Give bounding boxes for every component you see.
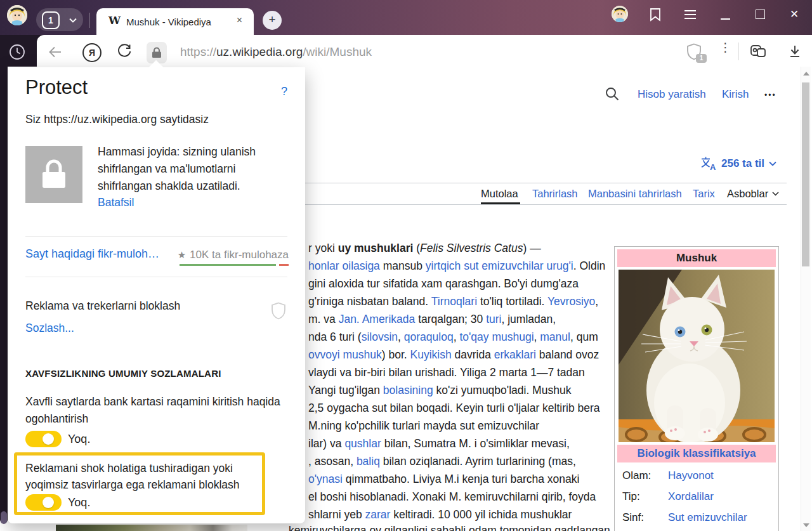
- secure-connection-tile: [25, 146, 82, 203]
- toggle-state-label: Yoq.: [68, 496, 90, 509]
- rating-bar: [180, 264, 289, 266]
- sidebar-edge: [0, 67, 8, 523]
- article-text: el boshi hisoblanadi. Xonaki M. kemiruvc…: [308, 490, 596, 503]
- article-text: m. va: [308, 313, 339, 325]
- article-link[interactable]: qushlar: [344, 437, 381, 450]
- taxo-value-link[interactable]: Xordalilar: [668, 490, 714, 505]
- article-text: Felis Silvestris Catus: [420, 242, 523, 254]
- article-text: r yoki: [308, 242, 338, 254]
- article-text: ,: [398, 331, 404, 343]
- taxo-label: Olam:: [622, 469, 668, 484]
- toggle-on[interactable]: [25, 494, 62, 511]
- adblock-section-label: Reklama va trekerlarni bloklash: [25, 299, 180, 313]
- taxobox-table: Olam: Hayvonot Tip: Xordalilar Sinf: Sut…: [617, 466, 776, 529]
- rating-count-text: 10K ta fikr-mulohaza: [190, 249, 289, 261]
- article-text: (: [413, 242, 420, 254]
- taxo-label: Sinf:: [622, 511, 668, 526]
- divider: [25, 277, 287, 277]
- article-text: shlarni yeb: [308, 508, 365, 521]
- article-text: uy mushuklari: [338, 242, 414, 254]
- article-text: ) —: [523, 242, 540, 254]
- shield-outline-icon: [271, 302, 286, 320]
- taxobox: Mushuk: [614, 246, 779, 531]
- taxobox-section-title[interactable]: Biologik klassifikatsiya: [617, 445, 776, 462]
- security-settings-header: XAVFSIZLIKNING UMUMIY SOZLAMALARI: [25, 368, 221, 379]
- article-link[interactable]: erkaklari: [494, 348, 536, 361]
- table-row: Tip: Xordalilar: [617, 487, 776, 508]
- shock-ads-toggle-row: Yoq.: [25, 494, 90, 511]
- site-rating[interactable]: ★ 10K ta fikr-mulohaza: [178, 249, 289, 261]
- toggle-knob: [43, 497, 54, 508]
- star-icon: ★: [178, 249, 186, 261]
- article-text: . Oldin: [573, 259, 606, 272]
- article-link[interactable]: to'qay mushugi: [459, 331, 534, 343]
- article-link[interactable]: Tirnoqlari: [431, 295, 477, 308]
- article-text: ,: [534, 331, 540, 343]
- article-line: r yoki uy mushuklari (Felis Silvestris C…: [308, 242, 541, 255]
- taxo-value-link[interactable]: Sut emizuvchilar: [668, 511, 747, 526]
- sidebar-handle[interactable]: [1, 511, 7, 524]
- taxobox-title: Mushuk: [617, 249, 776, 267]
- article-text: vlaydi va bir-biri bilan urishadi. Yilig…: [308, 366, 585, 379]
- article-line: vlaydi va bir-biri bilan urishadi. Yilig…: [308, 366, 585, 379]
- article-link[interactable]: Jan. Amerikada: [339, 313, 416, 325]
- article-line: o'ynasi qimmatbaho. Liviya M.i kenja tur…: [308, 473, 579, 486]
- article-text: M.ning ko'pchilik turlari mayda sut emiz…: [308, 419, 539, 432]
- scroll-down-arrow-icon[interactable]: [803, 523, 809, 527]
- article-link[interactable]: qoraquloq: [404, 331, 454, 343]
- article-link[interactable]: ovvoyi mushuk: [308, 348, 382, 361]
- article-text: tarqalgan; 30: [415, 313, 486, 325]
- article-text: nda 6 turi (: [308, 331, 362, 343]
- article-line: ovvoyi mushuk) bor. Kuyikish davrida erk…: [308, 348, 599, 362]
- article-text: Yangi tug'ilgan: [308, 384, 383, 397]
- article-line: shlarni yeb zarar keltiradi. 10 000 yil …: [308, 508, 572, 521]
- article-text: , qum: [570, 331, 598, 343]
- site-feedback-link[interactable]: Sayt haqidagi fikr-muloh…: [25, 247, 159, 261]
- taxo-value-link[interactable]: Hayvonot: [668, 469, 714, 484]
- lock-icon: [41, 159, 67, 190]
- article-text: mansub: [380, 259, 426, 272]
- article-link[interactable]: manul: [540, 331, 570, 343]
- article-line: M.ning ko'pchilik turlari mayda sut emiz…: [308, 419, 539, 433]
- article-image-strip: [56, 525, 247, 531]
- article-clipped-line: kemiruvchilarga ov qilganligi sababli od…: [289, 524, 623, 531]
- scroll-up-arrow-icon[interactable]: [803, 72, 809, 75]
- connection-status-text: Hammasi joyida: sizning ulanish shifrlan…: [98, 143, 288, 195]
- article-line: g'riniga nisbatan baland. Tirnoqlari to'…: [308, 295, 598, 308]
- article-link[interactable]: Yevrosiyo: [547, 295, 595, 308]
- article-link[interactable]: yirtqich sut emizuvchilar urug'i: [426, 259, 573, 272]
- article-line: m. va Jan. Amerikada tarqalgan; 30 turi,…: [308, 313, 556, 326]
- article-text: baland ovoz: [536, 348, 599, 361]
- article-link[interactable]: baliq: [357, 455, 380, 468]
- article-text: to'liq tortiladi.: [477, 295, 547, 308]
- kitten-photo[interactable]: [619, 270, 775, 442]
- article-link[interactable]: o'ynasi: [308, 473, 343, 485]
- browser-window: 1 W Mushuk - Vikipediya × +: [0, 0, 812, 531]
- article-text: qimmatbaho. Liviya M.i kenja turi barcha…: [343, 473, 580, 485]
- article-line: ilar) va qushlar bilan, Sumatra M. i o's…: [308, 437, 570, 450]
- article-line: Yangi tug'ilgan bolasining ko'zi yumuqbo…: [308, 384, 571, 397]
- article-text: bilan, Sumatra M. i o'simliklar mevasi,: [381, 437, 570, 450]
- article-link[interactable]: bolasining: [383, 384, 433, 397]
- details-link[interactable]: Batafsil: [98, 196, 134, 209]
- article-text: , asosan,: [308, 455, 357, 468]
- article-link[interactable]: honlar oilasiga: [308, 259, 380, 272]
- article-link[interactable]: Kuyikish: [410, 348, 452, 361]
- article-link[interactable]: zarar: [365, 508, 391, 521]
- article-text: davrida: [452, 348, 494, 361]
- scrollbar-thumb[interactable]: [802, 82, 809, 266]
- article-link[interactable]: silovsin: [362, 331, 398, 343]
- panel-title: Protect: [25, 76, 88, 99]
- configure-link[interactable]: Sozlash...: [25, 322, 74, 335]
- highlighted-setting-box: Reklamani shok holatiga tushiradigan yok…: [14, 452, 265, 515]
- article-text: , jumladan,: [501, 313, 556, 325]
- page-scrollbar[interactable]: [801, 67, 811, 531]
- article-text: bilan oziqlanadi. Ayrim turlarining (mas…: [380, 455, 576, 468]
- article-line: gini aloxida tur sifatida xam qarashgan.…: [308, 277, 579, 291]
- article-line: nda 6 turi (silovsin, qoraquloq, to'qay …: [308, 331, 598, 344]
- article-text: ko'zi yumuqbo'ladi. Mushuk: [433, 384, 572, 397]
- toggle-on[interactable]: [25, 431, 62, 447]
- help-link[interactable]: ?: [281, 85, 287, 98]
- article-link[interactable]: turi: [486, 313, 501, 325]
- article-text: gini aloxida tur sifatida xam qarashgan.…: [308, 277, 579, 290]
